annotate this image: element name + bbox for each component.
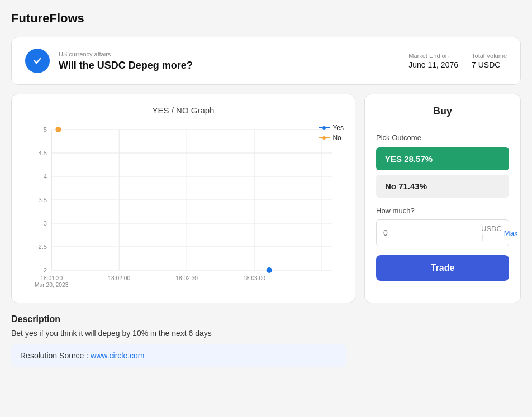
no-label: No [385, 181, 396, 191]
svg-text:2.5: 2.5 [38, 243, 47, 250]
chart-svg: 5 4.5 4 3.5 3 2.5 2 18:01:30 Mar 20, 202… [23, 124, 344, 291]
market-meta: Market End on June 11, 2076 Total Volume… [408, 52, 507, 69]
no-line-icon [319, 137, 330, 138]
outcome-no-button[interactable]: No 71.43% [376, 175, 509, 198]
yes-label: YES [385, 154, 402, 164]
total-volume-item: Total Volume 7 USDC [472, 52, 507, 69]
svg-text:18:02:30: 18:02:30 [175, 275, 198, 281]
amount-suffix: USDC | [481, 224, 502, 241]
legend-yes-label: Yes [332, 124, 344, 132]
trade-button[interactable]: Trade [376, 255, 509, 281]
svg-text:2: 2 [44, 267, 47, 274]
svg-text:18:01:30: 18:01:30 [40, 275, 63, 281]
buy-panel: Buy Pick Outcome YES 28.57% No 71.43% Ho… [364, 94, 521, 303]
svg-point-25 [55, 127, 61, 132]
amount-input[interactable] [383, 228, 481, 237]
svg-point-26 [267, 267, 272, 273]
svg-text:18:02:00: 18:02:00 [108, 275, 130, 281]
market-title: Will the USDC Depeg more? [59, 60, 400, 71]
svg-text:18:03:00: 18:03:00 [243, 275, 265, 281]
resolution-link[interactable]: www.circle.com [91, 351, 144, 360]
description-section: Description Bet yes if you think it will… [11, 314, 521, 367]
resolution-prefix: Resolution Source : [20, 351, 91, 360]
market-end-label: Market End on [408, 52, 458, 59]
yes-line-icon [319, 127, 330, 128]
chart-legend: Yes No [319, 124, 344, 142]
market-icon [25, 49, 50, 73]
app-title: FutureFlows [11, 11, 521, 26]
verified-icon [31, 54, 44, 68]
svg-text:3: 3 [44, 220, 47, 227]
legend-no-label: No [332, 134, 341, 142]
outcome-yes-button[interactable]: YES 28.57% [376, 147, 509, 170]
main-content: YES / NO Graph 5 4.5 4 [11, 94, 521, 303]
market-end-item: Market End on June 11, 2076 [408, 52, 458, 69]
legend-no: No [319, 134, 344, 142]
market-category: US currency affairs [59, 51, 400, 57]
market-end-value: June 11, 2076 [408, 60, 458, 69]
buy-title: Buy [376, 106, 509, 124]
svg-text:4: 4 [44, 173, 47, 180]
amount-input-wrap: USDC | Max [376, 219, 509, 246]
total-volume-label: Total Volume [472, 52, 507, 59]
svg-text:4.5: 4.5 [38, 150, 47, 156]
svg-text:5: 5 [44, 126, 47, 133]
market-info: US currency affairs Will the USDC Depeg … [59, 51, 400, 71]
yes-percent: 28.57% [404, 154, 433, 164]
description-title: Description [11, 314, 521, 324]
svg-text:3.5: 3.5 [38, 196, 47, 203]
resolution-box: Resolution Source : www.circle.com [11, 344, 346, 367]
how-much-label: How much? [376, 207, 509, 215]
no-percent: 71.43% [398, 181, 427, 191]
description-text: Bet yes if you think it will depeg by 10… [11, 329, 521, 338]
max-link[interactable]: Max [504, 229, 518, 237]
market-card: US currency affairs Will the USDC Depeg … [11, 37, 521, 85]
chart-title: YES / NO Graph [23, 106, 344, 115]
total-volume-value: 7 USDC [472, 60, 507, 69]
svg-text:Mar 20, 2023: Mar 20, 2023 [35, 282, 69, 288]
chart-panel: YES / NO Graph 5 4.5 4 [11, 94, 355, 303]
legend-yes: Yes [319, 124, 344, 132]
pick-outcome-label: Pick Outcome [376, 133, 509, 142]
chart-area: 5 4.5 4 3.5 3 2.5 2 18:01:30 Mar 20, 202… [23, 124, 344, 291]
